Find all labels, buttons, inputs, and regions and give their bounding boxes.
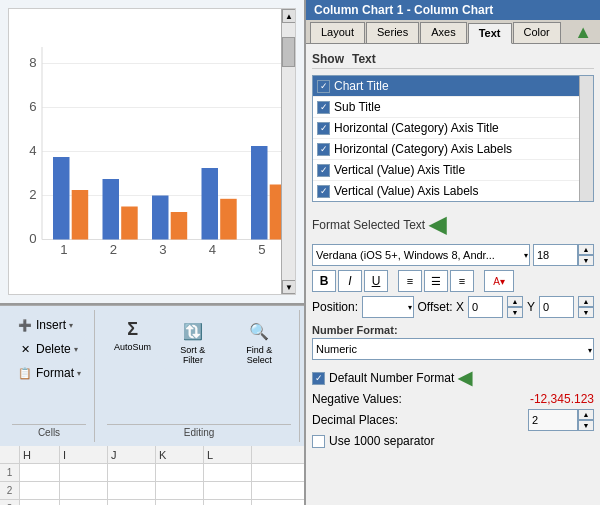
scroll-up-btn[interactable]: ▲ bbox=[282, 9, 296, 23]
table-row[interactable]: 3 bbox=[0, 500, 304, 505]
find-icon: 🔍 bbox=[247, 319, 271, 343]
grid-header: H I J K L bbox=[0, 446, 304, 464]
text-items-list: Chart Title Sub Title Horizontal (Catego… bbox=[312, 75, 594, 202]
svg-text:3: 3 bbox=[159, 242, 166, 257]
cell-l3[interactable] bbox=[204, 500, 252, 505]
sort-filter-button[interactable]: 🔃 Sort & Filter bbox=[164, 314, 222, 370]
list-item[interactable]: Horizontal (Category) Axis Title bbox=[313, 118, 579, 139]
offset-x-input[interactable] bbox=[468, 296, 503, 318]
font-size-down-btn[interactable]: ▼ bbox=[578, 255, 594, 266]
col-h-header: H bbox=[20, 446, 60, 463]
default-format-arrow-icon: ◀ bbox=[458, 367, 472, 389]
svg-rect-12 bbox=[103, 179, 120, 240]
find-select-button[interactable]: 🔍 Find & Select bbox=[228, 314, 291, 370]
format-buttons-row: B I U ≡ ☰ ≡ A▾ bbox=[312, 270, 594, 292]
text-item-label-0: Chart Title bbox=[334, 79, 389, 93]
col-j-header: J bbox=[108, 446, 156, 463]
table-row[interactable]: 1 bbox=[0, 464, 304, 482]
show-checkbox-2[interactable] bbox=[317, 122, 330, 135]
number-format-title: Number Format: bbox=[312, 324, 594, 336]
align-left-button[interactable]: ≡ bbox=[398, 270, 422, 292]
list-item[interactable]: Vertical (Value) Axis Title bbox=[313, 160, 579, 181]
format-button[interactable]: 📋 Format ▾ bbox=[12, 362, 86, 384]
offset-x-spinner[interactable]: ▲ ▼ bbox=[507, 296, 523, 318]
separator-checkbox[interactable] bbox=[312, 435, 325, 448]
show-checkbox-3[interactable] bbox=[317, 143, 330, 156]
cell-i1[interactable] bbox=[60, 464, 108, 481]
font-size-spinner[interactable]: ▲ ▼ bbox=[578, 244, 594, 266]
delete-button[interactable]: ✕ Delete ▾ bbox=[12, 338, 86, 360]
list-item[interactable]: Sub Title bbox=[313, 97, 579, 118]
cell-h3[interactable] bbox=[20, 500, 60, 505]
default-format-checkbox[interactable] bbox=[312, 372, 325, 385]
show-checkbox-4[interactable] bbox=[317, 164, 330, 177]
font-size-input[interactable] bbox=[533, 244, 578, 266]
list-item[interactable]: Horizontal (Category) Axis Labels bbox=[313, 139, 579, 160]
offset-y-spinner[interactable]: ▲ ▼ bbox=[578, 296, 594, 318]
text-item-label-5: Vertical (Value) Axis Labels bbox=[334, 184, 479, 198]
decimal-up-btn[interactable]: ▲ bbox=[578, 409, 594, 420]
show-checkbox-0[interactable] bbox=[317, 80, 330, 93]
align-right-button[interactable]: ≡ bbox=[450, 270, 474, 292]
number-format-section: Number Format: Numeric ▾ Default Number … bbox=[312, 324, 594, 448]
cell-k1[interactable] bbox=[156, 464, 204, 481]
offset-y-down-btn[interactable]: ▼ bbox=[578, 307, 594, 318]
offset-x-down-btn[interactable]: ▼ bbox=[507, 307, 523, 318]
tab-color[interactable]: Color bbox=[513, 22, 561, 43]
cell-l2[interactable] bbox=[204, 482, 252, 499]
svg-text:4: 4 bbox=[209, 242, 216, 257]
color-button[interactable]: A▾ bbox=[484, 270, 514, 292]
scroll-down-btn[interactable]: ▼ bbox=[282, 280, 296, 294]
tab-axes[interactable]: Axes bbox=[420, 22, 466, 43]
format-arrow-icon: ◀ bbox=[429, 212, 446, 238]
offset-y-up-btn[interactable]: ▲ bbox=[578, 296, 594, 307]
insert-dropdown-arrow: ▾ bbox=[69, 321, 73, 330]
cell-j2[interactable] bbox=[108, 482, 156, 499]
tab-text[interactable]: Text bbox=[468, 23, 512, 44]
table-row[interactable]: 2 bbox=[0, 482, 304, 500]
sum-button[interactable]: Σ AutoSum bbox=[107, 314, 158, 357]
cell-i2[interactable] bbox=[60, 482, 108, 499]
offset-y-input[interactable] bbox=[539, 296, 574, 318]
underline-button[interactable]: U bbox=[364, 270, 388, 292]
dialog-title: Column Chart 1 - Column Chart bbox=[306, 0, 600, 20]
show-text-header: Show Text bbox=[312, 50, 594, 69]
decimal-places-input[interactable] bbox=[528, 409, 578, 431]
align-center-button[interactable]: ☰ bbox=[424, 270, 448, 292]
cell-k2[interactable] bbox=[156, 482, 204, 499]
tab-series[interactable]: Series bbox=[366, 22, 419, 43]
format-dialog: Column Chart 1 - Column Chart Layout Ser… bbox=[305, 0, 600, 505]
chart-scrollbar[interactable]: ▲ ▼ bbox=[281, 9, 295, 294]
tab-layout[interactable]: Layout bbox=[310, 22, 365, 43]
cell-h1[interactable] bbox=[20, 464, 60, 481]
insert-button[interactable]: ➕ Insert ▾ bbox=[12, 314, 86, 336]
decimal-spinner[interactable]: ▲ ▼ bbox=[578, 409, 594, 431]
chart-area: 0 2 4 6 8 1 2 3 4 bbox=[0, 0, 304, 305]
offset-x-up-btn[interactable]: ▲ bbox=[507, 296, 523, 307]
font-size-up-btn[interactable]: ▲ bbox=[578, 244, 594, 255]
show-checkbox-1[interactable] bbox=[317, 101, 330, 114]
text-color-icon: A▾ bbox=[493, 276, 505, 287]
cell-h2[interactable] bbox=[20, 482, 60, 499]
delete-icon: ✕ bbox=[17, 341, 33, 357]
list-scrollbar[interactable] bbox=[579, 76, 593, 201]
bold-button[interactable]: B bbox=[312, 270, 336, 292]
scroll-thumb[interactable] bbox=[282, 37, 295, 67]
row-num-3: 3 bbox=[0, 500, 20, 505]
svg-rect-17 bbox=[121, 207, 138, 240]
cell-j1[interactable] bbox=[108, 464, 156, 481]
col-l-header: L bbox=[204, 446, 252, 463]
font-select[interactable]: Verdana (iOS 5+, Windows 8, Andr... bbox=[312, 244, 530, 266]
number-format-select[interactable]: Numeric bbox=[312, 338, 594, 360]
position-select[interactable] bbox=[362, 296, 413, 318]
list-item[interactable]: Vertical (Value) Axis Labels bbox=[313, 181, 579, 201]
italic-button[interactable]: I bbox=[338, 270, 362, 292]
show-checkbox-5[interactable] bbox=[317, 185, 330, 198]
cell-k3[interactable] bbox=[156, 500, 204, 505]
cell-i3[interactable] bbox=[60, 500, 108, 505]
cell-l1[interactable] bbox=[204, 464, 252, 481]
list-item[interactable]: Chart Title bbox=[313, 76, 579, 97]
cell-j3[interactable] bbox=[108, 500, 156, 505]
decimal-down-btn[interactable]: ▼ bbox=[578, 420, 594, 431]
svg-text:6: 6 bbox=[29, 99, 36, 114]
